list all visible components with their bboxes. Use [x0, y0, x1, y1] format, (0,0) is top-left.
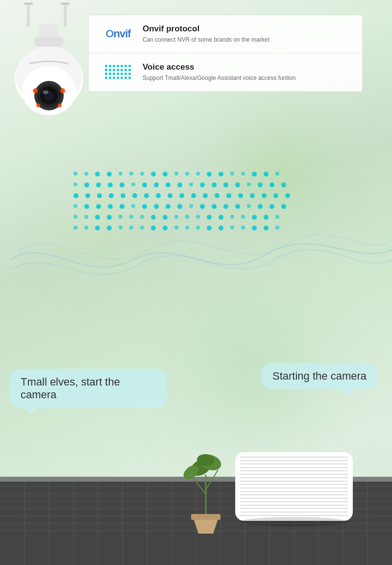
- svg-point-15: [36, 103, 40, 107]
- svg-rect-0: [27, 2, 30, 27]
- voice-desc: Support Tmall/Alexa/Google Assistant voi…: [143, 74, 352, 82]
- voice-icon: [98, 65, 138, 79]
- svg-rect-5: [34, 37, 64, 47]
- svg-line-64: [191, 475, 206, 494]
- svg-point-61: [240, 517, 348, 527]
- svg-point-14: [60, 88, 65, 93]
- bubble-right: Starting the camera: [262, 363, 377, 389]
- onvif-text: Onvif protocol Can connect NVR of some b…: [138, 24, 352, 44]
- svg-point-16: [58, 103, 62, 107]
- svg-rect-1: [24, 2, 33, 5]
- bubble-left: Tmall elves, start the camera: [10, 369, 167, 408]
- onvif-icon: Onvif: [98, 27, 138, 40]
- voice-title: Voice access: [143, 62, 352, 72]
- onvif-row: Onvif Onvif protocol Can connect NVR of …: [89, 15, 362, 53]
- voice-row: Voice access Support Tmall/Alexa/Google …: [89, 53, 362, 91]
- svg-rect-3: [61, 2, 70, 5]
- onvif-desc: Can connect NVR of some brands on the ma…: [143, 36, 352, 44]
- onvif-logo: Onvif: [105, 27, 130, 40]
- svg-rect-2: [64, 2, 67, 27]
- svg-point-13: [33, 88, 38, 93]
- svg-point-17: [43, 90, 49, 94]
- bubble-right-text: Starting the camera: [272, 370, 367, 382]
- onvif-title: Onvif protocol: [143, 24, 352, 34]
- voice-text: Voice access Support Tmall/Alexa/Google …: [138, 62, 352, 82]
- svg-rect-42: [235, 452, 353, 521]
- plant-decoration: [181, 445, 230, 536]
- svg-rect-62: [191, 514, 220, 520]
- bubble-left-text: Tmall elves, start the camera: [21, 376, 120, 401]
- svg-line-65: [206, 470, 218, 489]
- camera-image: [0, 0, 98, 157]
- smart-speaker: [225, 428, 363, 536]
- info-box: Onvif Onvif protocol Can connect NVR of …: [88, 15, 363, 92]
- dot-pattern: [74, 172, 318, 309]
